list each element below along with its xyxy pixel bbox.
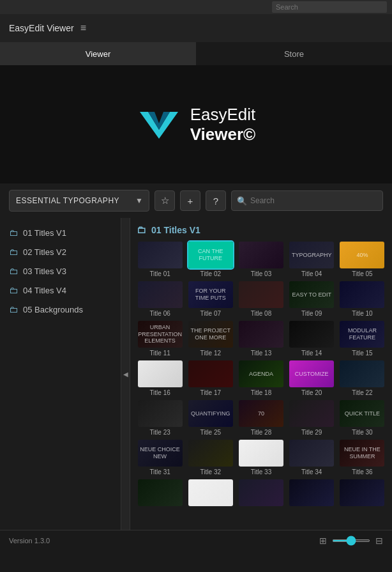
version-text: Version 1.3.0 — [9, 537, 50, 545]
thumbnail-item[interactable]: MODULAR FEATURETitle 15 — [339, 321, 386, 357]
menu-icon[interactable]: ≡ — [80, 22, 86, 34]
thumbnail-item[interactable]: Title 34 — [289, 440, 335, 475]
list-view-button[interactable]: ⊟ — [375, 536, 383, 546]
sidebar-item-titles-v3[interactable]: 🗀 03 Titles V3 — [0, 261, 121, 281]
thumbnail-item[interactable]: Title 33 — [237, 440, 284, 475]
thumbnail-label: Title 16 — [149, 389, 170, 396]
thumbnail-item[interactable] — [237, 479, 284, 508]
thumbnail-label: Title 20 — [301, 389, 322, 396]
thumbnail-item[interactable]: Title 23 — [137, 400, 183, 436]
thumbnail-item[interactable]: TYPOGRAPHYTitle 04 — [289, 242, 335, 277]
logo-area: EasyEdit Viewer© — [137, 105, 256, 144]
thumbnail-item[interactable]: Title 10 — [339, 281, 386, 317]
thumbnail-item[interactable]: Title 06 — [137, 281, 183, 317]
toolbar: ESSENTIAL TYPOGRAPHY ▼ ☆ + ? 🔍 — [0, 183, 392, 218]
thumbnail-item[interactable] — [339, 479, 386, 508]
thumbnail-item[interactable]: THE PROJECT ONE MORETitle 12 — [187, 321, 234, 357]
bottom-bar: Version 1.3.0 ⊞ ⊟ — [0, 530, 392, 550]
folder-icon-5: 🗀 — [9, 304, 18, 314]
thumbnail-item[interactable] — [137, 479, 183, 508]
thumbnail-item[interactable]: Title 01 — [137, 242, 183, 277]
thumbnail-item[interactable] — [187, 479, 234, 508]
thumbnail-item[interactable]: QUICK TITLETitle 30 — [339, 400, 386, 436]
thumbnail-item[interactable]: NEUE IN THE SUMMERTitle 36 — [339, 440, 386, 475]
thumbnail-item[interactable]: FOR YOUR TIME PUTSTitle 07 — [187, 281, 234, 317]
view-controls: ⊞ ⊟ — [319, 536, 383, 546]
thumbnail-item[interactable]: Title 14 — [289, 321, 335, 357]
sidebar-item-titles-v1[interactable]: 🗀 01 Titles V1 — [0, 223, 121, 242]
thumbnail-label: Title 15 — [352, 350, 372, 357]
grid-view-button[interactable]: ⊞ — [319, 536, 327, 546]
thumbnail-item[interactable]: CUSTOMIZETitle 20 — [289, 360, 335, 396]
thumbnail-item[interactable]: Title 16 — [137, 360, 183, 396]
thumbnail-item[interactable]: Title 29 — [289, 400, 335, 436]
folder-icon-2: 🗀 — [9, 247, 18, 257]
thumbnail-label: Title 30 — [352, 429, 372, 436]
tab-store[interactable]: Store — [196, 42, 392, 65]
title-bar: EasyEdit Viewer ≡ — [0, 14, 392, 42]
thumbnail-item[interactable]: NEUE CHOICE NEWTitle 31 — [137, 440, 183, 475]
thumbnail-label: Title 31 — [149, 468, 170, 475]
thumbnail-item[interactable]: Title 17 — [187, 360, 234, 396]
thumbnail-label: Title 05 — [352, 270, 372, 277]
thumbnail-label: Title 28 — [251, 429, 271, 436]
help-button[interactable]: ? — [206, 190, 226, 211]
thumbnail-item[interactable]: URBAN PRESENTATION ELEMENTSTitle 11 — [137, 321, 183, 357]
thumbnail-label: Title 06 — [149, 310, 170, 317]
thumbnail-label: Title 17 — [200, 389, 221, 396]
thumbnail-label: Title 29 — [301, 429, 322, 436]
thumbnail-label: Title 03 — [251, 270, 271, 277]
thumbnail-label: Title 23 — [149, 429, 170, 436]
thumbnail-label: Title 34 — [301, 468, 322, 475]
thumbnail-label: Title 18 — [251, 389, 271, 396]
thumbnail-item[interactable]: CAN THE FUTURETitle 02 — [187, 242, 234, 277]
thumbnail-item[interactable]: Title 22 — [339, 360, 386, 396]
thumbnail-label: Title 32 — [200, 468, 221, 475]
thumbnail-label: Title 22 — [352, 389, 372, 396]
top-bar — [0, 0, 392, 14]
thumbnail-item[interactable]: AGENDATitle 18 — [237, 360, 284, 396]
thumbnail-item[interactable]: Title 13 — [237, 321, 284, 357]
thumbnail-label: Title 01 — [149, 270, 170, 277]
content-area: 🗀 01 Titles V1 Title 01CAN THE FUTURETit… — [130, 218, 392, 530]
add-button[interactable]: + — [180, 190, 200, 211]
thumbnail-label: Title 13 — [251, 350, 271, 357]
star-button[interactable]: ☆ — [155, 190, 175, 211]
category-dropdown-wrapper: ESSENTIAL TYPOGRAPHY ▼ — [9, 190, 149, 212]
search-input[interactable] — [250, 196, 377, 205]
sidebar-item-titles-v2[interactable]: 🗀 02 Titles V2 — [0, 242, 121, 261]
thumbnail-item[interactable]: QUANTIFYINGTitle 25 — [187, 400, 234, 436]
thumbnail-label: Title 08 — [251, 310, 271, 317]
hero-section: EasyEdit Viewer© — [0, 65, 392, 183]
search-box: 🔍 — [231, 190, 383, 211]
thumbnail-label: Title 36 — [352, 468, 372, 475]
sidebar-item-backgrounds[interactable]: 🗀 05 Backgrounds — [0, 300, 121, 319]
thumbnail-label: Title 09 — [301, 310, 322, 317]
category-dropdown[interactable]: ESSENTIAL TYPOGRAPHY — [9, 190, 149, 212]
thumbnail-item[interactable]: EASY TO EDITTitle 09 — [289, 281, 335, 317]
size-slider[interactable] — [332, 539, 370, 542]
top-search-input[interactable] — [272, 1, 387, 13]
sidebar: 🗀 01 Titles V1 🗀 02 Titles V2 🗀 03 Title… — [0, 218, 121, 530]
thumbnail-label: Title 12 — [200, 350, 221, 357]
collapse-handle[interactable]: ◀ — [121, 218, 130, 530]
thumbnail-item[interactable]: Title 03 — [237, 242, 284, 277]
thumbnail-label: Title 33 — [251, 468, 271, 475]
thumbnail-item[interactable] — [289, 479, 335, 508]
tab-bar: Viewer Store — [0, 42, 392, 65]
app-title: EasyEdit Viewer — [9, 23, 74, 33]
thumbnail-item[interactable]: 70Title 28 — [237, 400, 284, 436]
thumbnail-item[interactable]: Title 08 — [237, 281, 284, 317]
search-icon: 🔍 — [237, 196, 247, 206]
thumbnail-item[interactable]: 40%Title 05 — [339, 242, 386, 277]
thumbnail-label: Title 14 — [301, 350, 322, 357]
main-area: 🗀 01 Titles V1 🗀 02 Titles V2 🗀 03 Title… — [0, 218, 392, 530]
sidebar-item-titles-v4[interactable]: 🗀 04 Titles V4 — [0, 281, 121, 300]
folder-icon-3: 🗀 — [9, 266, 18, 276]
thumbnail-item[interactable]: Title 32 — [187, 440, 234, 475]
thumbnail-label: Title 25 — [200, 429, 221, 436]
thumbnail-label: Title 07 — [200, 310, 221, 317]
content-header: 🗀 01 Titles V1 — [137, 224, 386, 235]
tab-viewer[interactable]: Viewer — [0, 42, 196, 65]
thumbnail-label: Title 02 — [200, 270, 221, 277]
